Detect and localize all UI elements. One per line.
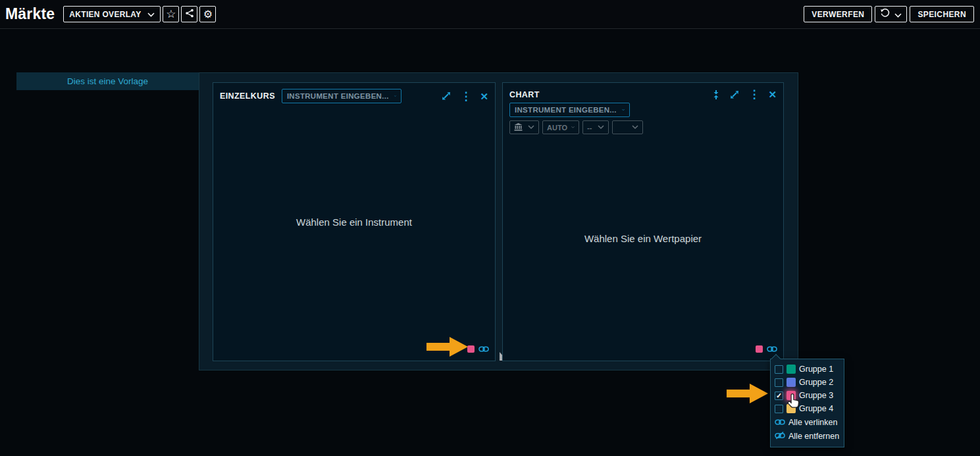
save-button-label: SPEICHERN bbox=[917, 10, 966, 19]
group-3-swatch bbox=[787, 391, 796, 400]
interval-select[interactable]: AUTO bbox=[542, 120, 579, 134]
group-color-swatch[interactable] bbox=[467, 345, 475, 353]
extra-select[interactable] bbox=[612, 120, 643, 134]
chevron-down-icon bbox=[528, 125, 534, 130]
template-tab-label: Dies ist eine Vorlage bbox=[67, 76, 148, 86]
layout-select[interactable]: AKTIEN OVERLAY bbox=[63, 6, 161, 22]
close-icon[interactable]: ✕ bbox=[768, 89, 777, 99]
history-icon bbox=[880, 8, 890, 21]
annotation-arrow bbox=[727, 384, 769, 403]
einzelkurs-header-icons: ⋮ ✕ bbox=[441, 91, 488, 102]
einzelkurs-body: Wählen Sie ein Instrument bbox=[213, 109, 495, 334]
star-icon: ☆ bbox=[166, 9, 176, 20]
link-all-action[interactable]: Alle verlinken bbox=[775, 416, 840, 429]
adjustment-value: -- bbox=[587, 124, 592, 132]
chart-toolbar: AUTO -- bbox=[503, 117, 783, 134]
kebab-menu-icon[interactable]: ⋮ bbox=[748, 89, 760, 100]
unlink-all-label: Alle entfernen bbox=[788, 432, 839, 441]
chevron-down-icon bbox=[598, 125, 604, 130]
link-all-label: Alle verlinken bbox=[788, 418, 837, 427]
link-group-icon[interactable] bbox=[767, 345, 777, 353]
save-button[interactable]: SPEICHERN bbox=[910, 6, 974, 22]
group-1-swatch bbox=[787, 365, 796, 374]
chevron-down-icon bbox=[894, 9, 902, 20]
layout-select-value: AKTIEN OVERLAY bbox=[69, 10, 141, 19]
chevron-down-icon bbox=[571, 125, 575, 130]
chart-instrument-select[interactable]: INSTRUMENT EINGEBEN... bbox=[509, 103, 630, 117]
group-2-checkbox[interactable] bbox=[775, 378, 783, 387]
einzelkurs-instrument-select[interactable]: INSTRUMENT EINGEBEN... bbox=[282, 89, 401, 103]
panel-einzelkurs: EINZELKURS INSTRUMENT EINGEBEN... ⋮ ✕ bbox=[213, 82, 496, 361]
collapse-icon[interactable] bbox=[711, 89, 721, 100]
chart-header: CHART bbox=[503, 83, 783, 101]
chart-header-icons: ⋮ ✕ bbox=[711, 89, 777, 100]
unlink-all-action[interactable]: Alle entfernen bbox=[775, 430, 840, 443]
group-4-checkbox[interactable] bbox=[775, 405, 783, 413]
group-link-popup: Gruppe 1 Gruppe 2 ✓ Gruppe 3 Gruppe 4 bbox=[770, 359, 844, 447]
group-color-swatch[interactable] bbox=[756, 345, 763, 353]
discard-button-label: VERWERFEN bbox=[812, 10, 864, 19]
einzelkurs-footer bbox=[467, 345, 489, 353]
einzelkurs-header: EINZELKURS INSTRUMENT EINGEBEN... ⋮ ✕ bbox=[213, 83, 495, 106]
einzelkurs-title: EINZELKURS bbox=[220, 91, 275, 101]
interval-value: AUTO bbox=[547, 124, 567, 132]
bank-icon bbox=[514, 123, 523, 132]
settings-button[interactable]: ⚙ bbox=[199, 6, 216, 22]
expand-icon[interactable] bbox=[441, 91, 451, 101]
group-1-checkbox[interactable] bbox=[775, 365, 783, 374]
adjustment-select[interactable]: -- bbox=[582, 120, 609, 134]
group-3-label: Gruppe 3 bbox=[799, 391, 833, 400]
group-row-3[interactable]: ✓ Gruppe 3 bbox=[775, 389, 840, 402]
template-tab[interactable]: Dies ist eine Vorlage bbox=[16, 72, 199, 90]
gear-icon: ⚙ bbox=[203, 9, 213, 20]
einzelkurs-empty-message: Wählen Sie ein Instrument bbox=[296, 216, 412, 228]
group-2-label: Gruppe 2 bbox=[799, 378, 833, 387]
workspace: EINZELKURS INSTRUMENT EINGEBEN... ⋮ ✕ bbox=[199, 72, 798, 370]
panel-chart: CHART bbox=[502, 82, 784, 361]
favorite-button[interactable]: ☆ bbox=[163, 6, 179, 22]
chevron-down-icon bbox=[622, 107, 625, 113]
chart-empty-message: Wählen Sie ein Wertpapier bbox=[584, 233, 702, 244]
close-icon[interactable]: ✕ bbox=[480, 91, 488, 101]
link-off-icon bbox=[775, 430, 785, 442]
page-title: Märkte bbox=[5, 5, 55, 23]
chevron-down-icon bbox=[394, 93, 396, 99]
exchange-select[interactable] bbox=[509, 120, 539, 134]
chart-footer bbox=[756, 345, 777, 353]
chart-title: CHART bbox=[509, 90, 540, 99]
history-dropdown-button[interactable] bbox=[875, 6, 907, 22]
share-icon bbox=[185, 9, 194, 20]
group-1-label: Gruppe 1 bbox=[799, 365, 833, 374]
group-4-label: Gruppe 4 bbox=[799, 404, 833, 413]
chart-instrument-row: INSTRUMENT EINGEBEN... bbox=[503, 103, 783, 117]
app-header: Märkte AKTIEN OVERLAY ☆ ⚙ VERWERFE bbox=[0, 0, 980, 29]
expand-icon[interactable] bbox=[729, 89, 740, 100]
chart-instrument-placeholder: INSTRUMENT EINGEBEN... bbox=[515, 106, 617, 114]
check-icon: ✓ bbox=[776, 392, 782, 399]
group-3-checkbox[interactable]: ✓ bbox=[775, 392, 783, 400]
discard-button[interactable]: VERWERFEN bbox=[804, 6, 872, 22]
kebab-menu-icon[interactable]: ⋮ bbox=[460, 91, 471, 102]
share-button[interactable] bbox=[181, 6, 197, 22]
chart-body: Wählen Sie ein Wertpapier bbox=[503, 142, 783, 334]
app-window: Märkte AKTIEN OVERLAY ☆ ⚙ VERWERFE bbox=[0, 0, 980, 456]
chevron-down-icon bbox=[147, 10, 155, 19]
group-row-4[interactable]: Gruppe 4 bbox=[775, 402, 840, 415]
einzelkurs-instrument-placeholder: INSTRUMENT EINGEBEN... bbox=[287, 92, 389, 100]
group-row-1[interactable]: Gruppe 1 bbox=[775, 363, 840, 376]
group-2-swatch bbox=[787, 378, 796, 387]
group-4-swatch bbox=[787, 404, 796, 413]
link-icon bbox=[775, 417, 785, 428]
chevron-down-icon bbox=[632, 125, 638, 130]
link-group-icon[interactable] bbox=[478, 345, 489, 353]
group-row-2[interactable]: Gruppe 2 bbox=[775, 376, 840, 389]
